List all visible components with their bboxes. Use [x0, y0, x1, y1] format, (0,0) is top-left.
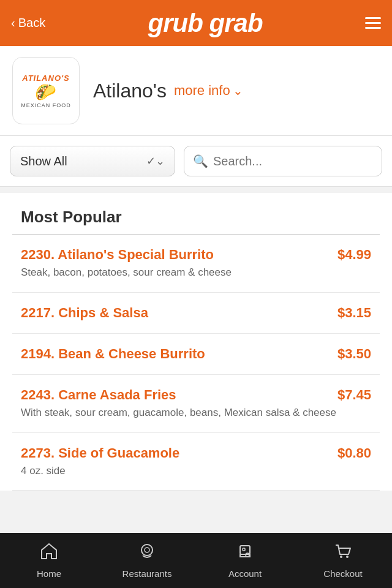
- item-name: 2194. Bean & Cheese Burrito: [21, 346, 337, 362]
- item-price: $3.50: [337, 346, 371, 362]
- menu-item-row: 2194. Bean & Cheese Burrito $3.50: [21, 346, 371, 362]
- menu-item-row: 2230. Atilano's Special Burrito $4.99: [21, 247, 371, 263]
- item-name: 2230. Atilano's Special Burrito: [21, 247, 337, 263]
- logo-text-top: ATILANO'S: [21, 74, 71, 83]
- item-description: 4 oz. side: [21, 464, 371, 478]
- nav-home[interactable]: Home: [6, 542, 92, 579]
- menu-item-row: 2273. Side of Guacamole $0.80: [21, 445, 371, 461]
- menu-items-list: 2230. Atilano's Special Burrito $4.99 St…: [12, 235, 380, 491]
- show-all-dropdown[interactable]: Show All ✓⌄: [10, 146, 175, 176]
- menu-item-row: 2217. Chips & Salsa $3.15: [21, 305, 371, 321]
- home-icon: [40, 542, 58, 565]
- app-logo: grub grab: [45, 9, 365, 38]
- more-info-button[interactable]: more info ⌄: [174, 83, 243, 99]
- nav-checkout[interactable]: Checkout: [300, 542, 386, 579]
- search-icon: 🔍: [193, 154, 208, 168]
- search-input[interactable]: [213, 154, 373, 168]
- item-price: $0.80: [337, 445, 371, 461]
- logo-sombrero: 🌮: [21, 84, 71, 101]
- svg-point-1: [145, 548, 149, 552]
- nav-home-label: Home: [37, 568, 61, 579]
- restaurant-info: ATILANO'S 🌮 MEXICAN FOOD Atilano's more …: [0, 46, 392, 136]
- menu-icon-line3: [365, 27, 381, 29]
- nav-checkout-label: Checkout: [323, 568, 362, 579]
- restaurant-name-area: Atilano's more info ⌄: [93, 80, 243, 102]
- item-name: 2243. Carne Asada Fries: [21, 387, 337, 403]
- account-icon: [236, 542, 254, 565]
- more-info-label: more info: [174, 83, 230, 99]
- filter-bar: Show All ✓⌄ 🔍: [0, 136, 392, 187]
- section-header: Most Popular: [12, 193, 380, 235]
- menu-button[interactable]: [365, 17, 381, 29]
- nav-restaurants-label: Restaurants: [123, 568, 172, 579]
- nav-restaurants[interactable]: Restaurants: [104, 542, 190, 579]
- svg-point-0: [141, 545, 153, 556]
- menu-item-row: 2243. Carne Asada Fries $7.45: [21, 387, 371, 403]
- item-name: 2217. Chips & Salsa: [21, 305, 337, 321]
- menu-item[interactable]: 2273. Side of Guacamole $0.80 4 oz. side: [12, 433, 380, 491]
- item-price: $4.99: [337, 247, 371, 263]
- item-name: 2273. Side of Guacamole: [21, 445, 337, 461]
- back-chevron: ‹: [11, 16, 15, 30]
- menu-item[interactable]: 2194. Bean & Cheese Burrito $3.50: [12, 334, 380, 375]
- item-description: With steak, sour cream, guacamole, beans…: [21, 405, 371, 420]
- restaurant-name: Atilano's: [93, 80, 167, 102]
- search-box: 🔍: [184, 146, 382, 176]
- menu-icon-line2: [365, 22, 381, 24]
- logo-text-bottom: MEXICAN FOOD: [21, 102, 71, 108]
- show-all-label: Show All: [20, 154, 67, 168]
- svg-point-6: [346, 556, 349, 558]
- back-label: Back: [18, 16, 45, 30]
- chevron-down-icon: ⌄: [233, 83, 243, 98]
- menu-item[interactable]: 2217. Chips & Salsa $3.15: [12, 293, 380, 334]
- header: ‹ Back grub grab: [0, 0, 392, 46]
- item-price: $3.15: [337, 305, 371, 321]
- back-button[interactable]: ‹ Back: [11, 16, 45, 30]
- nav-account[interactable]: Account: [202, 542, 288, 579]
- item-price: $7.45: [337, 387, 371, 403]
- svg-rect-3: [243, 548, 245, 551]
- item-description: Steak, bacon, potatoes, sour cream & che…: [21, 265, 371, 280]
- svg-point-5: [340, 556, 342, 558]
- menu-section: Most Popular 2230. Atilano's Special Bur…: [0, 193, 392, 491]
- menu-icon-line1: [365, 17, 381, 19]
- restaurant-logo: ATILANO'S 🌮 MEXICAN FOOD: [12, 57, 80, 124]
- menu-item[interactable]: 2243. Carne Asada Fries $7.45 With steak…: [12, 375, 380, 433]
- section-title: Most Popular: [21, 208, 122, 226]
- restaurants-icon: [138, 542, 156, 565]
- bottom-nav: Home Restaurants Account: [0, 533, 392, 588]
- checkout-icon: [334, 542, 352, 565]
- menu-item[interactable]: 2230. Atilano's Special Burrito $4.99 St…: [12, 235, 380, 293]
- nav-account-label: Account: [228, 568, 262, 579]
- chevron-down-icon: ✓⌄: [146, 154, 165, 168]
